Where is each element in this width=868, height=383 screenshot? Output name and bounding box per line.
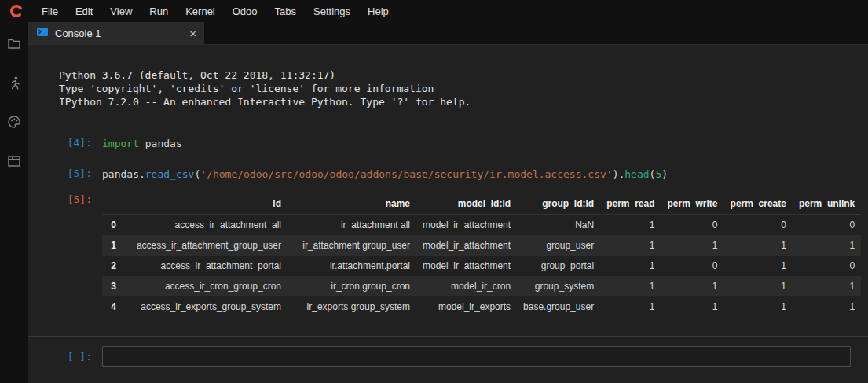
table-cell: 1 bbox=[793, 276, 861, 296]
dataframe-table: idnamemodel_id:idgroup_id:idperm_readper… bbox=[102, 193, 861, 317]
table-cell: 1 bbox=[600, 235, 661, 256]
tab-close-icon[interactable]: × bbox=[189, 28, 196, 39]
odoo-logo-icon bbox=[0, 0, 33, 22]
table-cell: NaN bbox=[517, 215, 600, 236]
table-header-row: idnamemodel_id:idgroup_id:idperm_readper… bbox=[102, 193, 861, 215]
table-cell: 1 bbox=[600, 296, 661, 317]
table-cell: 1 bbox=[793, 296, 861, 317]
index-header-cell bbox=[102, 193, 123, 215]
table-cell: access_ir_attachment_all bbox=[123, 215, 288, 236]
column-header-perm-read: perm_read bbox=[600, 193, 661, 215]
table-cell: 1 bbox=[661, 276, 724, 296]
table-cell: 0 bbox=[724, 215, 793, 236]
console-code-input[interactable] bbox=[102, 346, 851, 367]
tab-title: Console 1 bbox=[55, 28, 101, 39]
menu-item-odoo[interactable]: Odoo bbox=[224, 0, 266, 22]
input-area: [ ]: bbox=[28, 346, 868, 367]
python-banner: Python 3.6.7 (default, Oct 22 2018, 11:3… bbox=[28, 68, 868, 109]
menu-item-help[interactable]: Help bbox=[359, 0, 397, 22]
menu-item-edit[interactable]: Edit bbox=[67, 0, 101, 22]
banner-line: IPython 7.2.0 -- An enhanced Interactive… bbox=[59, 95, 868, 109]
table-cell: 1 bbox=[600, 215, 661, 236]
table-cell: 1 bbox=[724, 235, 793, 256]
cell-input-prompt: [4]: bbox=[28, 137, 102, 149]
table-cell: ir.attachment.portal bbox=[288, 256, 416, 276]
console-icon bbox=[36, 26, 49, 40]
table-row: 4access_ir_exports_group_systemir_export… bbox=[102, 296, 861, 317]
table-cell: 0 bbox=[793, 215, 861, 236]
output-prompt: [5]: bbox=[28, 193, 102, 205]
open-tabs-icon[interactable] bbox=[2, 148, 26, 175]
table-cell: access_ir_attachment_group_user bbox=[123, 235, 288, 256]
table-row: 3access_ir_cron_group_cronir_cron group_… bbox=[102, 276, 861, 296]
table-cell: ir_attachment group_user bbox=[288, 235, 416, 256]
menu-item-view[interactable]: View bbox=[101, 0, 141, 22]
table-cell: 1 bbox=[661, 296, 724, 317]
window-body: Console 1 × Python 3.6.7 (default, Oct 2… bbox=[0, 22, 868, 383]
console-cells: [4]:import pandas[5]:pandas.read_csv('/h… bbox=[28, 120, 868, 181]
table-cell: 1 bbox=[724, 296, 793, 317]
table-row: 1access_ir_attachment_group_userir_attac… bbox=[102, 235, 861, 256]
column-header-id: id bbox=[123, 193, 288, 215]
menu-item-tabs[interactable]: Tabs bbox=[266, 0, 305, 22]
output-area: [5]: idnamemodel_id:idgroup_id:idperm_re… bbox=[28, 193, 868, 317]
table-cell: model_ir_exports bbox=[416, 296, 517, 317]
column-header-group-id-id: group_id:id bbox=[517, 193, 600, 215]
table-cell: 1 bbox=[661, 235, 724, 256]
code-token: head bbox=[624, 168, 649, 180]
table-cell: ir_exports group_system bbox=[288, 296, 416, 317]
code-token: import bbox=[102, 138, 139, 149]
table-cell: 1 bbox=[724, 276, 793, 296]
table-cell: 1 bbox=[600, 276, 661, 296]
table-cell: access_ir_exports_group_system bbox=[123, 296, 288, 317]
running-sessions-icon[interactable] bbox=[2, 69, 26, 96]
table-row: 2access_ir_attachment_portalir.attachmen… bbox=[102, 256, 861, 276]
code-token: pandas. bbox=[102, 168, 145, 180]
table-cell: 0 bbox=[793, 256, 861, 276]
table-cell: model_ir_attachment bbox=[416, 215, 517, 236]
row-index-cell: 4 bbox=[102, 296, 123, 317]
row-index-cell: 1 bbox=[102, 235, 123, 256]
table-cell: group_system bbox=[517, 276, 600, 296]
main-area: Console 1 × Python 3.6.7 (default, Oct 2… bbox=[28, 22, 868, 383]
table-cell: model_ir_attachment bbox=[416, 235, 517, 256]
table-cell: model_ir_attachment bbox=[416, 256, 517, 276]
table-cell: ir_attachment all bbox=[288, 215, 416, 236]
menu-items: FileEditViewRunKernelOdooTabsSettingsHel… bbox=[33, 0, 397, 22]
table-cell: group_portal bbox=[517, 256, 600, 276]
table-cell: ir_cron group_cron bbox=[288, 276, 416, 296]
console-panel: Python 3.6.7 (default, Oct 22 2018, 11:3… bbox=[28, 45, 868, 383]
console-cell: [4]:import pandas bbox=[28, 137, 868, 150]
column-header-perm-write: perm_write bbox=[661, 193, 724, 215]
input-divider bbox=[28, 336, 868, 337]
code-token: ). bbox=[613, 168, 625, 180]
menu-item-run[interactable]: Run bbox=[141, 0, 177, 22]
table-row: 0access_ir_attachment_allir_attachment a… bbox=[102, 215, 861, 236]
tab-bar: Console 1 × bbox=[28, 22, 868, 45]
command-palette-icon[interactable] bbox=[2, 109, 26, 135]
column-header-perm-unlink: perm_unlink bbox=[793, 193, 861, 215]
table-cell: base.group_user bbox=[517, 296, 600, 317]
code-line: pandas.read_csv('/home/odoo/src/odoo/odo… bbox=[102, 168, 668, 181]
cell-input-prompt: [5]: bbox=[28, 168, 102, 179]
input-prompt: [ ]: bbox=[28, 351, 102, 363]
code-line: import pandas bbox=[102, 137, 182, 150]
menu-item-settings[interactable]: Settings bbox=[305, 0, 359, 22]
console-cell: [5]:pandas.read_csv('/home/odoo/src/odoo… bbox=[28, 168, 868, 181]
row-index-cell: 0 bbox=[102, 215, 123, 236]
code-token: '/home/odoo/src/odoo/odoo/addons/base/se… bbox=[200, 168, 612, 180]
jupyterlab-window: FileEditViewRunKernelOdooTabsSettingsHel… bbox=[0, 0, 868, 383]
code-token: read_csv bbox=[145, 168, 195, 180]
menu-item-file[interactable]: File bbox=[33, 0, 67, 22]
banner-line: Type 'copyright', 'credits' or 'license'… bbox=[59, 82, 868, 95]
table-cell: 1 bbox=[600, 256, 661, 276]
table-cell: access_ir_cron_group_cron bbox=[123, 276, 288, 296]
menu-item-kernel[interactable]: Kernel bbox=[177, 0, 224, 22]
banner-line: Python 3.6.7 (default, Oct 22 2018, 11:3… bbox=[59, 68, 868, 82]
dataframe-output: idnamemodel_id:idgroup_id:idperm_readper… bbox=[102, 193, 861, 317]
file-browser-icon[interactable] bbox=[2, 30, 26, 57]
code-token: pandas bbox=[139, 138, 182, 149]
tab-console-1[interactable]: Console 1 × bbox=[28, 22, 204, 44]
table-cell: 0 bbox=[661, 215, 724, 236]
table-cell: 1 bbox=[724, 256, 793, 276]
